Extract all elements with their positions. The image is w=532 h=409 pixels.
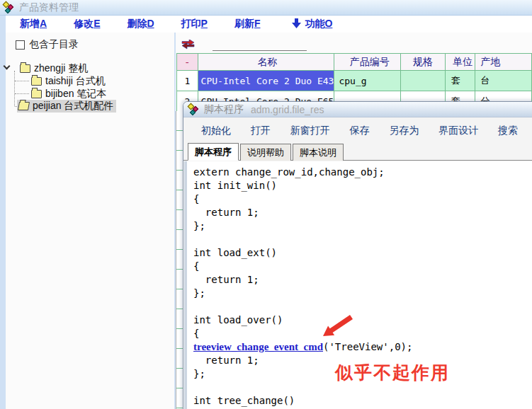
tree-node-taishiji[interactable]: taishiji 台式机 [31, 75, 106, 88]
window-left-border [0, 16, 6, 409]
tab-script-description[interactable]: 脚本说明 [293, 144, 344, 161]
main-titlebar: 产品资料管理 [0, 0, 532, 16]
col-header-code[interactable]: 产品编号 [334, 54, 400, 71]
script-editor-window[interactable]: 脚本程序 adm.grid.file_res 初始化 打开 新窗打开 保存 另存… [183, 101, 532, 409]
swap-rows-icon[interactable] [181, 40, 195, 52]
row1-code[interactable]: cpu_g [334, 71, 400, 91]
include-subdir-row[interactable]: 包含子目录 [16, 38, 79, 51]
col-header-num[interactable]: - [177, 54, 198, 71]
script-window-titlebar[interactable]: 脚本程序 adm.grid.file_res [183, 102, 532, 117]
include-subdir-label: 包含子目录 [29, 38, 79, 51]
menu-save-as[interactable]: 另存为 [389, 125, 419, 137]
menu-edit[interactable]: 修改E [74, 18, 100, 30]
col-header-unit[interactable]: 单位 [445, 54, 475, 71]
quick-filter-input[interactable] [213, 40, 307, 51]
tab-script-program[interactable]: 脚本程序 [188, 143, 239, 161]
tab-help[interactable]: 说明帮助 [240, 144, 291, 161]
row1-origin[interactable]: 台 [475, 71, 531, 91]
col-header-name[interactable]: 名称 [198, 54, 334, 71]
menu-ui-design[interactable]: 界面设计 [438, 125, 478, 137]
tree-connector-h1 [15, 81, 29, 81]
table-row[interactable]: 1 CPU-Intel Core 2 Duo E43 cpu_g 套 台 [177, 71, 532, 91]
menu-open[interactable]: 打开 [251, 125, 271, 137]
folder-icon [20, 64, 30, 73]
menu-open-new-window[interactable]: 新窗打开 [290, 125, 330, 137]
row1-spec[interactable] [400, 71, 445, 91]
grid-header-row[interactable]: - 名称 产品编号 规格 单位 产地 [177, 54, 532, 71]
annotation-text: 似乎不起作用 [335, 361, 450, 384]
col-header-origin[interactable]: 产地 [475, 54, 531, 71]
menu-print[interactable]: 打印P [181, 18, 208, 30]
tree-connector-h2 [15, 93, 29, 94]
include-subdir-checkbox[interactable] [16, 40, 25, 50]
menu-init[interactable]: 初始化 [201, 125, 231, 137]
menu-function[interactable]: 功能O [305, 18, 333, 30]
main-window-title: 产品资料管理 [19, 1, 79, 14]
code-function-link[interactable]: treeview_change_event_cmd [193, 341, 323, 352]
tree-node-bijiben[interactable]: bijiben 笔记本 [31, 88, 106, 100]
row1-num[interactable]: 1 [177, 71, 198, 91]
open-folder-icon [18, 102, 30, 110]
menu-delete[interactable]: 删除D [127, 18, 154, 30]
menu-refresh[interactable]: 刷新F [234, 18, 261, 30]
menu-save[interactable]: 保存 [349, 125, 369, 137]
code-after: return 1; }; int tree_change() { [193, 355, 295, 409]
script-app-icon [188, 103, 200, 115]
script-window-subtitle: adm.grid.file_res [251, 104, 324, 115]
tree-node-peijian-selected[interactable]: peijian 台式机配件 [17, 100, 116, 113]
menu-search[interactable]: 搜索 [498, 125, 518, 137]
script-tabbar: 脚本程序 说明帮助 脚本说明 [183, 144, 532, 161]
function-down-arrow-icon [292, 18, 301, 30]
row1-name-selected-cell[interactable]: CPU-Intel Core 2 Duo E43 [198, 71, 334, 91]
script-window-title: 脚本程序 [204, 103, 244, 116]
row1-unit[interactable]: 套 [445, 71, 475, 91]
folder-icon [31, 77, 42, 86]
tree-node-zhengji[interactable]: zhengji 整机 [20, 62, 88, 75]
col-header-spec[interactable]: 规格 [400, 54, 445, 71]
folder-icon [31, 90, 42, 98]
app-icon [3, 1, 15, 13]
menu-new[interactable]: 新增A [20, 18, 47, 30]
tree-connector-vertical [14, 71, 15, 106]
script-menubar: 初始化 打开 新窗打开 保存 另存为 界面设计 搜索 [183, 117, 532, 144]
annotation-arrow-icon [319, 313, 356, 343]
main-menubar: 新增A 修改E 删除D 打印P 刷新F 功能O [6, 16, 532, 33]
